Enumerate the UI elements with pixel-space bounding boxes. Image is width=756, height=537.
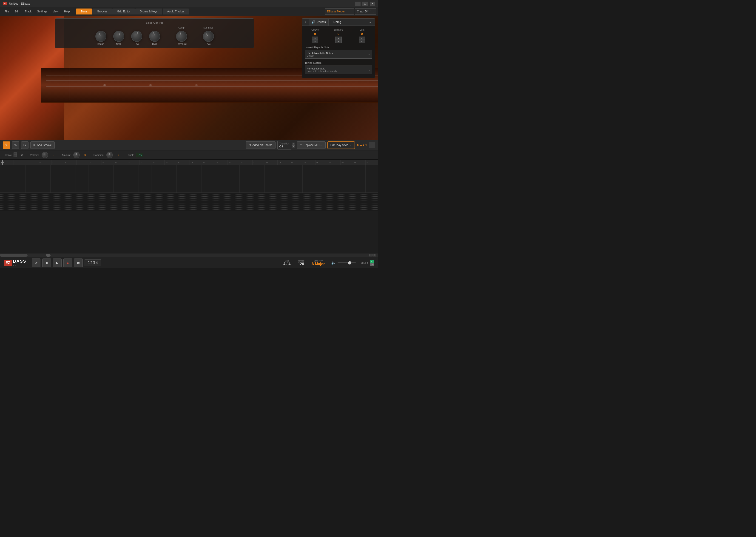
grid-col-17 xyxy=(202,165,214,192)
high-knob[interactable] xyxy=(148,30,161,43)
ruler-mark-12: 12 xyxy=(139,160,152,165)
select-tool-button[interactable]: ↖ xyxy=(3,142,10,149)
ruler-marks: 1 2 3 4 5 6 7 8 9 10 11 12 13 14 15 16 1… xyxy=(0,160,378,165)
bridge-knob[interactable] xyxy=(93,29,108,44)
volume-thumb[interactable] xyxy=(348,261,351,265)
tuning-system-dropdown[interactable]: Perfect (Default) Each note is tuned sep… xyxy=(305,65,372,74)
grid-col-3 xyxy=(25,165,38,192)
stop-button[interactable]: ■ xyxy=(42,259,51,267)
playhead[interactable] xyxy=(2,160,3,165)
threshold-knob[interactable] xyxy=(174,29,189,43)
octave-col: Octave 0 ▲ ▼ xyxy=(305,28,325,43)
zoom-in-button[interactable]: + xyxy=(373,254,376,256)
menu-settings[interactable]: Settings xyxy=(34,7,50,16)
volume-area: 🔈 xyxy=(331,261,356,265)
level-knob[interactable] xyxy=(201,28,216,44)
sound-chevron-down-icon: ⌄ xyxy=(372,10,374,13)
ruler-mark-18: 18 xyxy=(215,160,227,165)
main-grid[interactable] xyxy=(0,165,378,193)
add-track-button[interactable]: + xyxy=(369,142,375,148)
ez-appname-area: BASS V.1.1.2 xyxy=(13,259,26,267)
tab-grid-editor[interactable]: Grid Editor xyxy=(112,9,135,15)
pencil-tool-button[interactable]: ✎ xyxy=(12,142,19,149)
sound-preset-selector[interactable]: Clean Di* ⌃ ⌄ xyxy=(355,8,376,15)
damping-param: Damping 0 xyxy=(94,152,121,158)
transition-down-button[interactable]: ▼ xyxy=(292,145,295,148)
lowest-note-dropdown-content: Use All Available Notes Default xyxy=(307,52,333,57)
tab-tuning[interactable]: Tuning ⌄ xyxy=(328,19,375,25)
level-knob-label: Level xyxy=(206,43,211,45)
tempo-group: Tempo 120 xyxy=(298,260,304,266)
instrument-preset-selector[interactable]: EZbass Modern ⌃ ⌄ xyxy=(325,8,354,15)
loop-button[interactable]: ⟳ xyxy=(32,259,40,267)
edit-play-style-button[interactable]: Edit Play Style ⌄ xyxy=(327,142,355,149)
transition-up-button[interactable]: ▲ xyxy=(292,143,295,145)
transition-selector[interactable]: Transition Off xyxy=(277,141,292,149)
midi-loop-button[interactable]: ⇄ xyxy=(74,259,83,267)
velocity-knob[interactable] xyxy=(42,152,48,158)
nav-tabs: Bass Grooves Grid Editor Drums & Keys Au… xyxy=(76,9,189,15)
add-edit-chords-button[interactable]: ⊟ Add/Edit Chords xyxy=(246,142,275,149)
octave-down-button[interactable]: ▼ xyxy=(312,40,318,43)
menu-edit[interactable]: Edit xyxy=(12,7,22,16)
octave-value: 0 xyxy=(314,32,316,36)
effects-icon-tab[interactable]: 🔊 Effects xyxy=(309,19,328,25)
add-groove-button[interactable]: ⊞ Add Groove xyxy=(30,142,55,149)
panel-forward-icon[interactable]: » xyxy=(302,19,309,25)
semitone-up-button[interactable]: ▲ xyxy=(335,37,342,40)
octave-param-value: 0 xyxy=(19,153,24,157)
chords-icon: ⊟ xyxy=(248,144,251,147)
amount-knob[interactable] xyxy=(73,152,80,158)
ruler-mark-23: 23 xyxy=(277,160,290,165)
menu-view[interactable]: View xyxy=(50,7,61,16)
titlebar-title: Untitled - EZbass xyxy=(9,2,30,5)
record-button[interactable]: ● xyxy=(63,259,72,267)
cent-value: 0 xyxy=(361,32,363,36)
scissors-tool-button[interactable]: ✂ xyxy=(21,142,28,149)
scroll-position-indicator[interactable] xyxy=(46,254,51,257)
comp-title: Comp xyxy=(178,26,184,29)
grid-col-19 xyxy=(227,165,240,192)
play-button[interactable]: ▶ xyxy=(53,259,61,267)
menu-track[interactable]: Track xyxy=(22,7,34,16)
replace-midi-button[interactable]: ⊟ Replace MIDI... xyxy=(297,142,325,149)
menu-help[interactable]: Help xyxy=(61,7,73,16)
velocity-param-label: Velocity xyxy=(30,154,39,156)
maximize-button[interactable]: □ xyxy=(362,2,368,6)
playhead-handle[interactable] xyxy=(1,161,4,164)
tab-drums-keys[interactable]: Drums & Keys xyxy=(135,9,162,15)
zoom-out-button[interactable]: - xyxy=(369,254,372,256)
scroll-area[interactable]: - + xyxy=(0,253,378,257)
neck-knob[interactable] xyxy=(112,29,126,43)
song-key-value[interactable]: A Major xyxy=(311,262,325,266)
ruler-mark-19: 19 xyxy=(227,160,240,165)
low-knob[interactable] xyxy=(130,30,143,43)
tab-bass[interactable]: Bass xyxy=(76,9,92,15)
damping-param-value: 0 xyxy=(116,153,121,157)
volume-slider[interactable] xyxy=(338,263,356,263)
add-groove-label: Add Groove xyxy=(37,144,52,147)
close-button[interactable]: ✕ xyxy=(370,2,375,6)
cent-up-button[interactable]: ▲ xyxy=(359,37,365,40)
grid-area: 1 2 3 4 5 6 7 8 9 10 11 12 13 14 15 16 1… xyxy=(0,160,378,253)
minimize-button[interactable]: — xyxy=(355,2,360,6)
tab-audio-tracker[interactable]: Audio Tracker xyxy=(163,9,189,15)
cent-down-button[interactable]: ▼ xyxy=(359,40,365,43)
lowest-note-dropdown[interactable]: Use All Available Notes Default ⌄ xyxy=(305,50,372,59)
ruler-mark-13: 13 xyxy=(152,160,164,165)
damping-knob[interactable] xyxy=(106,152,113,158)
octave-up-button[interactable]: ▲ xyxy=(312,37,318,40)
tab-effects[interactable]: Effects xyxy=(317,21,326,24)
octave-param-down[interactable]: ▼ xyxy=(14,155,17,157)
octave-param-up[interactable]: ▲ xyxy=(14,152,17,155)
scroll-thumb[interactable] xyxy=(0,254,27,257)
menu-file[interactable]: File xyxy=(2,7,12,16)
grid-col-21 xyxy=(252,165,265,192)
sign-value[interactable]: 4 / 4 xyxy=(283,262,290,266)
tab-grooves[interactable]: Grooves xyxy=(93,9,112,15)
semitone-down-button[interactable]: ▼ xyxy=(335,40,342,43)
grid-col-6 xyxy=(63,165,76,192)
tempo-label: Tempo xyxy=(298,260,304,262)
octave-param: Octave ▲ ▼ 0 xyxy=(4,152,24,157)
tempo-value[interactable]: 120 xyxy=(298,262,304,266)
